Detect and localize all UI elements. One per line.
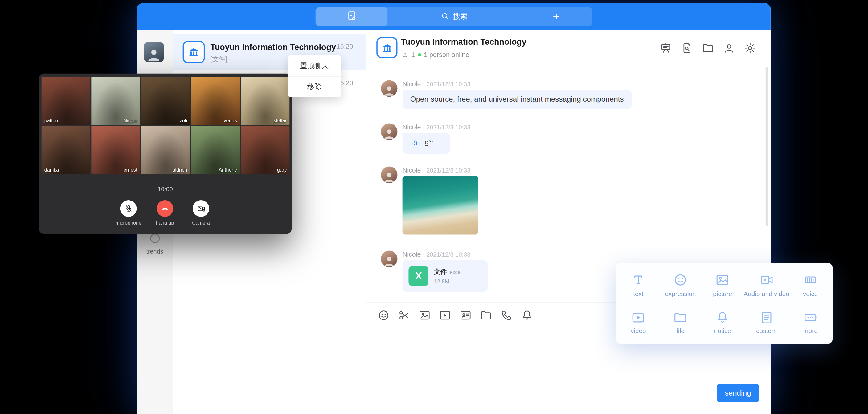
more-icon (803, 310, 818, 325)
context-menu: 置顶聊天 移除 (288, 56, 341, 97)
avatar[interactable] (381, 251, 398, 267)
announcement-icon[interactable] (660, 42, 672, 54)
folder-icon[interactable] (702, 42, 714, 54)
notice-icon (715, 310, 730, 325)
participant-tile[interactable]: aldrich (141, 126, 190, 174)
trends-icon (149, 232, 161, 245)
panel-item-label: picture (713, 290, 732, 297)
participant-name: Anthony (219, 167, 237, 172)
call-icon[interactable] (501, 309, 513, 322)
chat-header-actions (660, 42, 756, 54)
folder-icon[interactable] (480, 309, 492, 322)
add-button[interactable]: + (520, 7, 592, 26)
participant-tile[interactable]: stellar (241, 77, 289, 125)
avatar[interactable] (381, 167, 398, 183)
sender-name: Nicole2021/12/3 10:33 (403, 251, 471, 258)
participant-tile[interactable]: danika (41, 126, 90, 174)
member-icon[interactable] (723, 42, 735, 54)
participant-tile[interactable]: zoli (141, 77, 190, 125)
notes-button[interactable] (316, 7, 388, 26)
settings-icon[interactable] (744, 42, 756, 54)
message-bubble[interactable]: Open source, free, and universal instant… (403, 90, 631, 109)
file-name: 文件 (434, 268, 447, 275)
voice-wave-icon (410, 138, 420, 148)
mute-microphone-button[interactable] (120, 200, 137, 217)
scrollbar[interactable] (766, 67, 768, 226)
panel-item-file[interactable]: file (659, 304, 702, 341)
picture-icon[interactable] (418, 309, 431, 322)
participant-tile[interactable]: Nicole (91, 77, 140, 125)
avatar-silhouette (382, 254, 396, 267)
message-time: 2021/12/3 10:33 (427, 167, 471, 174)
video-call-overlay: patton Nicole zoli venus stellar danika … (39, 74, 292, 234)
input-toolbar (378, 309, 533, 322)
company-icon (376, 37, 397, 58)
hang-up-button[interactable] (157, 200, 173, 217)
member-count-icon (401, 51, 408, 58)
panel-item-label: notice (714, 328, 731, 335)
chat-header: Tuoyun Information Technology 1 1 person… (367, 30, 771, 65)
participant-name: stellar (273, 118, 287, 124)
voice-message-bubble[interactable]: 9`` (403, 133, 450, 154)
participant-name: ernest (123, 167, 137, 172)
camera-off-icon (196, 204, 206, 214)
participant-name: gary (277, 167, 287, 172)
participant-tile[interactable]: patton (41, 77, 90, 125)
note-icon (346, 10, 356, 23)
panel-item-video[interactable]: video (617, 304, 659, 341)
conversation-last-message: [文件] (210, 55, 227, 64)
participant-tile[interactable]: ernest (91, 126, 140, 174)
user-avatar[interactable] (144, 42, 164, 62)
excel-file-icon: X (408, 266, 429, 286)
mic-off-icon (124, 204, 133, 214)
file-ext: .excel (448, 269, 461, 275)
search-input[interactable]: 搜索 (388, 7, 520, 26)
notice-icon[interactable] (521, 309, 533, 322)
menu-item-remove[interactable]: 移除 (288, 76, 341, 97)
participant-name: venus (223, 118, 237, 124)
expression-icon (673, 273, 688, 287)
panel-item-notice[interactable]: notice (702, 304, 744, 341)
participant-name: zoli (180, 118, 187, 124)
image-message-beach-photo[interactable] (403, 176, 478, 234)
screenshot-icon[interactable] (398, 309, 410, 322)
file-message-bubble[interactable]: X 文件 .excel 12.8M (403, 260, 488, 292)
video-icon[interactable] (439, 309, 451, 322)
panel-item-label: video (631, 328, 646, 335)
participant-tile[interactable]: Anthony (191, 126, 240, 174)
panel-item-label: text (633, 290, 643, 297)
titlebar: 搜索 + (137, 3, 771, 30)
file-search-icon[interactable] (681, 42, 693, 54)
avatar[interactable] (381, 123, 398, 140)
menu-item-pin-chat[interactable]: 置顶聊天 (288, 56, 341, 76)
trends-label: trends (137, 248, 173, 255)
panel-item-picture[interactable]: picture (702, 266, 744, 304)
participant-tile[interactable]: gary (241, 126, 289, 174)
member-count: 1 (411, 51, 415, 59)
panel-item-custom[interactable]: custom (744, 304, 789, 341)
avatar-silhouette (146, 46, 161, 62)
toggle-camera-button[interactable] (193, 200, 209, 217)
sidebar-item-trends[interactable]: trends (137, 232, 173, 254)
emoji-icon[interactable] (378, 309, 390, 322)
panel-item-text[interactable]: text (617, 266, 659, 304)
panel-item-more[interactable]: more (789, 304, 832, 341)
panel-item-audio-video[interactable]: Audio and video (744, 266, 789, 304)
avatar[interactable] (381, 80, 398, 97)
participant-grid: patton Nicole zoli venus stellar danika … (41, 77, 290, 174)
voice-duration: 9`` (425, 139, 434, 148)
control-label: microphone (111, 220, 146, 226)
panel-item-expression[interactable]: expression (659, 266, 702, 304)
chat-title: Tuoyun Information Technology (401, 37, 526, 46)
search-bar: 搜索 + (316, 7, 592, 26)
contact-card-icon[interactable] (460, 309, 472, 322)
conversation-time: 15:20 (337, 42, 353, 50)
control-label: Camera (183, 220, 219, 226)
hang-up-icon (160, 203, 170, 214)
participant-name: patton (44, 118, 58, 124)
panel-item-label: more (803, 328, 818, 335)
file-info: 文件 .excel 12.8M (434, 268, 461, 284)
send-button[interactable]: sending (717, 384, 759, 402)
participant-tile[interactable]: venus (191, 77, 240, 125)
panel-item-voice[interactable]: voice (789, 266, 832, 304)
